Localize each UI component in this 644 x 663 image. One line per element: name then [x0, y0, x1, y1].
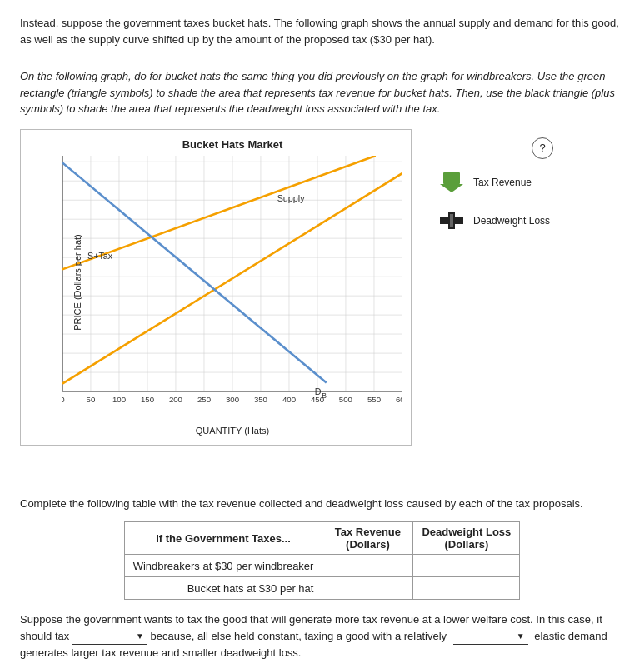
bottom-section: Suppose the government wants to tax the …: [20, 611, 624, 661]
x-axis-label: QUANTITY (Hats): [196, 426, 269, 436]
row1-dw-cell[interactable]: [413, 555, 520, 577]
row1-dw-input[interactable]: [425, 556, 508, 575]
row2-dw-cell[interactable]: [413, 577, 520, 600]
row1-tax-cell[interactable]: [322, 555, 413, 577]
col2-header: Tax RevenueTax Revenue (Dollars)(Dollars…: [322, 522, 413, 555]
bottom-para: Suppose the government wants to tax the …: [20, 611, 624, 661]
col1-header: If the Government Taxes...: [124, 522, 322, 555]
deadweight-loss-icon: [437, 209, 467, 232]
row2-dw-input[interactable]: [425, 579, 508, 597]
svg-text:B: B: [322, 391, 327, 400]
svg-text:0: 0: [62, 394, 65, 403]
svg-marker-62: [440, 184, 463, 192]
svg-text:100: 100: [112, 394, 126, 403]
svg-text:550: 550: [367, 394, 381, 403]
table-section: Complete the following table with the ta…: [20, 496, 624, 601]
table-row: Bucket hats at $30 per hat: [124, 577, 520, 600]
tax-revenue-icon: [437, 171, 467, 194]
col3-header: Deadweight Loss(Dollars): [413, 522, 520, 555]
intro-para1: Instead, suppose the government taxes bu…: [20, 15, 624, 47]
row2-tax-input[interactable]: [326, 579, 409, 597]
dropdown2-label: [457, 628, 517, 645]
svg-text:50: 50: [87, 394, 96, 403]
deadweight-loss-label: Deadweight Loss: [473, 215, 550, 227]
tax-revenue-legend-item: Tax Revenue: [437, 171, 562, 194]
table-intro-text: Complete the following table with the ta…: [20, 496, 624, 512]
svg-text:S+Tax: S+Tax: [87, 250, 113, 260]
chart-svg: 0 5 10 15 20 25 30 35 40 45 50 55 60 0 5…: [62, 156, 402, 409]
tax-revenue-label: Tax Revenue: [473, 177, 532, 188]
legend-area: Tax Revenue Deadweight Loss: [437, 171, 562, 247]
svg-rect-65: [450, 214, 453, 227]
dropdown2-arrow-icon: ▼: [517, 630, 525, 642]
question-icon: ?: [539, 142, 545, 154]
svg-text:300: 300: [226, 394, 239, 403]
svg-text:200: 200: [169, 394, 182, 403]
row2-tax-cell[interactable]: [322, 577, 413, 600]
chart-container: Bucket Hats Market PRICE (Dollars per ha…: [20, 129, 412, 446]
svg-text:Supply: Supply: [277, 192, 306, 202]
data-table: If the Government Taxes... Tax RevenueTa…: [124, 521, 521, 600]
svg-text:350: 350: [254, 394, 267, 403]
table-row: Windbreakers at $30 per windbreaker: [124, 555, 520, 577]
dropdown1-arrow-icon: ▼: [136, 630, 144, 642]
dropdown1[interactable]: ▼: [72, 628, 147, 646]
row1-tax-input[interactable]: [326, 556, 409, 575]
bottom-text2: because, all else held constant, taxing …: [151, 630, 447, 642]
row2-label: Bucket hats at $30 per hat: [124, 577, 322, 600]
row1-label: Windbreakers at $30 per windbreaker: [124, 555, 322, 577]
svg-text:500: 500: [339, 394, 352, 403]
svg-rect-61: [443, 172, 460, 184]
svg-text:150: 150: [141, 394, 154, 403]
chart-title: Bucket Hats Market: [62, 138, 402, 151]
svg-text:600: 600: [396, 394, 402, 403]
y-axis-label: PRICE (Dollars per hat): [72, 234, 82, 331]
question-button[interactable]: ?: [532, 137, 553, 159]
intro-para2: On the following graph, do for bucket ha…: [20, 68, 624, 117]
dropdown2[interactable]: ▼: [453, 628, 528, 646]
dropdown1-label: [76, 628, 136, 645]
deadweight-loss-legend-item: Deadweight Loss: [437, 209, 562, 232]
svg-text:250: 250: [197, 394, 211, 403]
svg-text:D: D: [315, 386, 322, 396]
svg-text:400: 400: [282, 394, 296, 403]
